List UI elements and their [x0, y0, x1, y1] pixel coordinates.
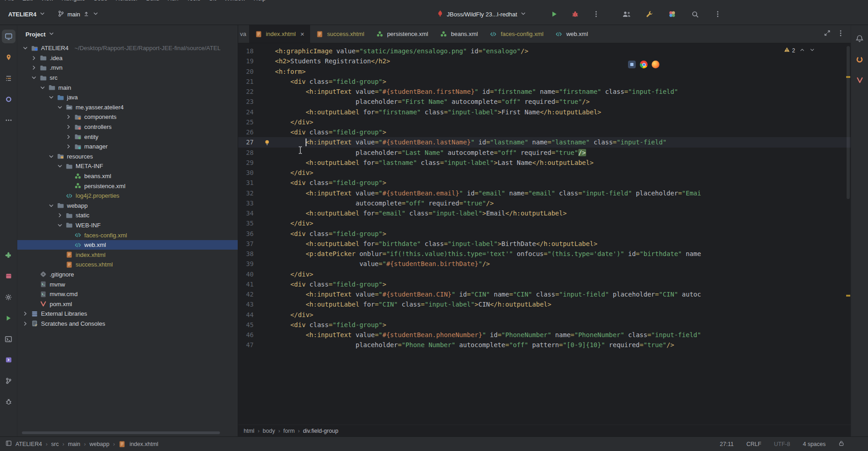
status-crumb-ATELIER4[interactable]: ATELIER4 [15, 441, 42, 447]
editor-scrollbar[interactable] [847, 46, 850, 199]
code-with-me-icon[interactable] [620, 8, 633, 20]
vcs-widget[interactable]: main [54, 8, 102, 21]
maven-icon[interactable] [853, 73, 867, 87]
chevron-right-icon[interactable] [65, 123, 72, 130]
tree-item-entity[interactable]: entity [17, 132, 238, 142]
menu-item-navigate[interactable]: Navigate [61, 0, 85, 3]
tab-beans.xml[interactable]: beans.xml [434, 25, 484, 43]
tree-item-Scratches and Consoles[interactable]: Scratches and Consoles [17, 319, 238, 329]
tree-item-.gitignore[interactable]: .gitignore [17, 270, 238, 280]
tab-success.xhtml[interactable]: success.xhtml [310, 25, 370, 43]
status-crumb-webapp[interactable]: webapp [89, 441, 109, 447]
menu-item-tools[interactable]: Tools [187, 0, 200, 3]
code-editor[interactable]: 18 <h:graphicImage value="static/images/… [238, 43, 851, 425]
code-line-41[interactable]: 41 <div class="field-group"> [238, 279, 851, 289]
warning-stripe-mark[interactable] [846, 76, 850, 78]
code-line-24[interactable]: 24 <h:outputLabel for="firstname" class=… [238, 107, 851, 117]
tree-item-manager[interactable]: manager [17, 142, 238, 152]
project-tool-icon[interactable] [2, 30, 15, 43]
code-line-45[interactable]: 45 <div class="field-group"> [238, 320, 851, 330]
code-line-42[interactable]: 42 <h:inputText value="#{studentBean.CIN… [238, 289, 851, 299]
tab-persistence.xml[interactable]: persistence.xml [370, 25, 434, 43]
tree-item-persistence.xml[interactable]: persistence.xml [17, 181, 238, 191]
package-box-icon[interactable] [2, 269, 15, 283]
chevron-down-icon[interactable] [56, 222, 63, 229]
tab-web.xml[interactable]: web.xml [549, 25, 594, 43]
search-everywhere-icon[interactable] [689, 8, 701, 20]
push-icon[interactable] [83, 10, 90, 18]
project-widget[interactable]: ATELIER4 [5, 8, 49, 20]
project-panel-header[interactable]: Project [17, 25, 238, 43]
code-line-44[interactable]: 44 </div> [238, 310, 851, 320]
code-line-35[interactable]: 35 </div> [238, 218, 851, 228]
terminal-icon[interactable] [2, 332, 15, 346]
tab-partial[interactable]: va [238, 25, 249, 43]
menu-item-window[interactable]: Window [225, 0, 245, 3]
tab-faces-config.xml[interactable]: faces-config.xml [484, 25, 549, 43]
status-crumb-main[interactable]: main [68, 441, 80, 447]
chevron-down-icon[interactable] [22, 45, 29, 51]
chevron-right-icon[interactable] [56, 212, 63, 219]
breadcrumb-item-html[interactable]: html [244, 428, 255, 434]
code-line-37[interactable]: 37 <h:outputLabel for="birthdate" class=… [238, 239, 851, 249]
code-line-33[interactable]: 33 autocomplete="off" required="true"/> [238, 198, 851, 208]
tree-item-me.yasser.atelier4[interactable]: me.yasser.atelier4 [17, 102, 238, 113]
code-line-25[interactable]: 25 </div> [238, 117, 851, 127]
tab-options-kebab-icon[interactable] [837, 30, 844, 39]
breadcrumb-item-body[interactable]: body [263, 428, 275, 434]
previous-warning-icon[interactable] [799, 47, 805, 54]
code-line-38[interactable]: 38 <p:datePicker onblur="if(!this.value)… [238, 249, 851, 259]
tree-item-webapp[interactable]: webapp [17, 201, 238, 211]
notifications-bell-icon[interactable] [853, 31, 867, 45]
run-tool-icon[interactable] [2, 311, 15, 325]
menu-item-git[interactable]: Git [209, 0, 216, 3]
status-crumb-src[interactable]: src [51, 441, 59, 447]
debug-button[interactable] [569, 8, 582, 20]
code-line-36[interactable]: 36 <div class="field-group"> [238, 229, 851, 239]
caret-position[interactable]: 27:11 [720, 441, 734, 447]
tree-item-.mvn[interactable]: .mvn [17, 63, 238, 73]
code-line-46[interactable]: 46 <h:inputText value="#{studentBean.pho… [238, 330, 851, 340]
code-line-22[interactable]: 22 <h:inputText value="#{studentBean.fir… [238, 87, 851, 97]
firefox-browser-icon[interactable] [652, 61, 659, 68]
status-crumb-index.xhtml[interactable]: index.xhtml [129, 441, 158, 447]
code-line-39[interactable]: 39 value="#{studentBean.birthDate}"/> [238, 259, 851, 269]
tree-item-WEB-INF[interactable]: WEB-INF [17, 220, 238, 231]
chrome-browser-icon[interactable] [640, 61, 648, 68]
menu-item-help[interactable]: Help [254, 0, 266, 3]
plugins-puzzle-icon[interactable] [2, 248, 15, 262]
close-icon[interactable]: × [300, 30, 304, 38]
code-line-40[interactable]: 40 </div> [238, 269, 851, 279]
tree-item-META-INF[interactable]: META-INF [17, 161, 238, 171]
menu-item-build[interactable]: Build [146, 0, 159, 3]
tree-item-beans.xml[interactable]: beans.xml [17, 171, 238, 181]
tree-item-static[interactable]: static [17, 210, 238, 220]
chevron-right-icon[interactable] [31, 64, 37, 71]
menu-item-run[interactable]: Run [168, 0, 179, 3]
chevron-down-icon[interactable] [56, 104, 63, 111]
horizontal-scrollbar[interactable] [22, 431, 220, 434]
tree-item-java[interactable]: java [17, 92, 238, 102]
chevron-right-icon[interactable] [22, 310, 29, 317]
run-config-widget[interactable]: JBoss/WildFly 23...l-redhat [433, 7, 530, 21]
tree-item-mvnw[interactable]: mvnw [17, 279, 238, 289]
code-line-19[interactable]: 19 <h2>Students Registration</h2> [238, 56, 851, 66]
builtin-preview-icon[interactable] [628, 61, 636, 68]
tool-window-layout-icon[interactable] [5, 440, 12, 448]
line-separator[interactable]: CRLF [746, 441, 761, 447]
code-line-30[interactable]: 30 </div> [238, 168, 851, 178]
indent-style[interactable]: 4 spaces [803, 441, 826, 447]
tree-item-External Libraries[interactable]: External Libraries [17, 309, 238, 319]
chevron-down-icon[interactable] [56, 163, 63, 169]
menu-item-edit[interactable]: Edit [22, 0, 32, 3]
chevron-right-icon[interactable] [65, 143, 72, 150]
lock-icon[interactable] [838, 440, 844, 448]
code-line-21[interactable]: 21 <div class="field-group"> [238, 77, 851, 87]
code-line-18[interactable]: 18 <h:graphicImage value="static/images/… [238, 46, 851, 56]
tree-item-controllers[interactable]: controllers [17, 122, 238, 132]
menu-item-code[interactable]: Code [93, 0, 107, 3]
bookmarks-pin-icon[interactable] [2, 51, 15, 64]
tree-item-web.xml[interactable]: web.xml [17, 240, 238, 250]
run-button[interactable] [548, 8, 561, 20]
code-line-28[interactable]: 28 placeholder="Last Name" autocomplete=… [238, 148, 851, 158]
